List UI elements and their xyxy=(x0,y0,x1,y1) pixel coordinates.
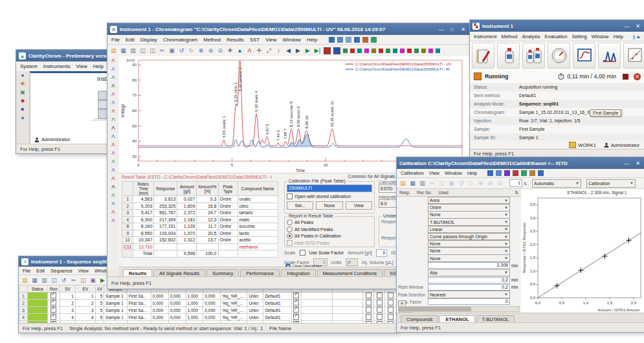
save-icon[interactable]: ▦ xyxy=(408,179,417,188)
peak-tool-icon[interactable]: Λ xyxy=(109,99,118,107)
copy-icon[interactable]: ◫ xyxy=(438,179,446,188)
row-checkbox[interactable] xyxy=(293,300,299,305)
peak-tool-icon[interactable]: Λ xyxy=(109,166,118,174)
menu-sst[interactable]: SST xyxy=(250,37,260,43)
amount-input[interactable]: 0 xyxy=(376,249,388,257)
next-icon[interactable]: ▶ xyxy=(294,47,302,55)
print-icon[interactable]: ▥ xyxy=(40,276,49,284)
mode-select[interactable]: Automatic▼ xyxy=(532,179,581,188)
option-checkbox[interactable] xyxy=(377,307,383,313)
option-checkbox[interactable] xyxy=(366,293,372,298)
result-row[interactable]: 88,160177,1511,12611,7Ordnrsuccinic xyxy=(122,223,278,230)
flask-icon[interactable] xyxy=(513,170,518,176)
trace-color-swatch[interactable] xyxy=(324,47,331,54)
trace-color-swatch[interactable] xyxy=(393,49,397,53)
peak-tool-icon[interactable]: Λ xyxy=(109,133,118,140)
print-icon[interactable]: ▥ xyxy=(418,179,427,188)
properties-icon[interactable]: ✚ xyxy=(226,47,234,55)
peak-tool-icon[interactable]: Λ xyxy=(109,141,118,149)
menu-analysis[interactable]: Analysis xyxy=(522,34,540,39)
option-checkbox[interactable] xyxy=(388,314,394,320)
calibration-graph-area[interactable]: ETHANOL - 2,308 min, Signal 10,00,51,01,… xyxy=(521,189,644,313)
calibration-input[interactable]: 0,2 xyxy=(428,277,510,283)
menu-file[interactable]: File xyxy=(111,37,120,43)
menu-calibration[interactable]: Calibration xyxy=(401,170,424,176)
save-icon[interactable]: ▦ xyxy=(119,47,128,55)
menu-window[interactable]: Window xyxy=(592,34,609,39)
trace-color-swatch[interactable] xyxy=(333,47,340,54)
option-checkbox[interactable] xyxy=(366,314,372,320)
undo-icon[interactable]: ↺ xyxy=(177,47,186,55)
trace-color-swatch[interactable] xyxy=(357,49,362,53)
print-icon[interactable]: ▥ xyxy=(129,47,137,55)
trace-color-swatch[interactable] xyxy=(364,49,369,53)
calibration-file-input[interactable]: 2506MULTI xyxy=(287,184,372,192)
option-checkbox[interactable] xyxy=(388,307,394,313)
curve-icon[interactable] xyxy=(573,43,595,69)
result-row[interactable]: 25,203253,3251,60916,8Ordnrcitric xyxy=(122,203,278,210)
menu-setting[interactable]: Setting xyxy=(572,34,586,39)
peak-tool-icon[interactable]: Λ xyxy=(109,107,118,115)
menu-window[interactable]: Window xyxy=(445,170,462,176)
row-checkbox[interactable] xyxy=(293,314,299,320)
globe-icon[interactable]: ■ xyxy=(19,105,27,113)
minimize-button[interactable]: — xyxy=(623,23,631,29)
redo-icon[interactable]: ↻ xyxy=(187,47,195,55)
bottles-icon[interactable] xyxy=(522,43,545,69)
open-folder-icon[interactable]: ▤ xyxy=(109,47,118,55)
copy-icon[interactable]: ◫ xyxy=(148,47,157,55)
undo-icon[interactable]: ↺ xyxy=(60,276,68,284)
user-indicator[interactable]: Administrator xyxy=(604,142,639,148)
sequence-row[interactable]: 2225Sample 1First Sa...0,0000,0001,0000,… xyxy=(19,300,397,307)
peak-tool-icon[interactable]: Λ xyxy=(109,175,118,183)
zoom-out-icon[interactable]: ⊖ xyxy=(206,47,215,55)
cut-icon[interactable]: ✂ xyxy=(428,179,436,188)
gauge-icon[interactable] xyxy=(548,43,570,69)
open-with-stored-row[interactable]: Open with stored calibration xyxy=(287,194,372,199)
peak-tool-icon[interactable]: Λ xyxy=(109,82,118,90)
menu-method[interactable]: Method xyxy=(501,34,517,39)
menu-system[interactable]: System xyxy=(20,63,38,69)
preview-icon[interactable]: ◫ xyxy=(50,276,58,284)
result-row[interactable]: 35,417561,7672,37224,7Ordnrtartaric xyxy=(122,210,278,217)
run-checkbox[interactable] xyxy=(50,307,56,313)
calibration-select[interactable]: Linear▼ xyxy=(428,226,510,234)
calibration-select[interactable]: Nearest▼ xyxy=(428,291,510,298)
menu-file[interactable]: File xyxy=(23,268,30,274)
option-checkbox[interactable] xyxy=(366,300,372,305)
peak-tool-icon[interactable]: Λ xyxy=(109,192,118,199)
ri-signal-icon[interactable] xyxy=(337,37,343,43)
trace-color-swatch[interactable] xyxy=(428,49,433,53)
calibration-input[interactable]: 0,2 xyxy=(428,284,510,291)
peak-tool-icon[interactable]: Λ xyxy=(109,65,118,73)
menu-view[interactable]: View xyxy=(265,37,276,43)
type-select[interactable]: Calibration▼ xyxy=(586,179,636,188)
calibration-select[interactable]: Abs▼ xyxy=(428,269,510,277)
menu-view[interactable]: View xyxy=(78,268,89,274)
power-icon[interactable]: ▲ xyxy=(19,114,27,122)
sequence-column-header[interactable]: Status xyxy=(28,285,48,293)
result-row[interactable]: 1110,347152,6021,31213,7Ordnracetic xyxy=(122,237,278,244)
overlay-icon[interactable] xyxy=(346,37,351,43)
calibration-select[interactable]: Ordnr▼ xyxy=(428,204,510,212)
option-checkbox[interactable] xyxy=(377,314,383,320)
option-checkbox[interactable] xyxy=(366,307,372,313)
play-icon[interactable]: ▶ xyxy=(304,47,312,55)
run-checkbox[interactable] xyxy=(50,314,56,320)
compound-spinner[interactable]: 1 xyxy=(509,179,522,187)
trace-color-swatch[interactable] xyxy=(386,49,390,53)
trace-color-swatch[interactable] xyxy=(350,49,355,53)
abort-button[interactable]: ✕ xyxy=(634,73,641,80)
set-button[interactable]: Set... xyxy=(287,201,313,210)
menu-chromatogram[interactable]: Chromatogram xyxy=(163,37,197,43)
chromatogram-plot-area[interactable]: 05101530405060708090[mV]Time[min]Voltage… xyxy=(119,56,470,173)
row-checkbox[interactable] xyxy=(293,307,299,313)
fit-icon[interactable]: ⤢ xyxy=(265,47,273,55)
peak-tool-icon[interactable]: Λ xyxy=(109,200,118,208)
sequence-column-header[interactable]: SV xyxy=(60,285,76,293)
chart-icon[interactable] xyxy=(487,170,493,176)
scale-icon[interactable]: ↕ xyxy=(274,47,283,55)
option-checkbox[interactable] xyxy=(388,300,394,305)
paste-icon[interactable]: ▣ xyxy=(89,276,97,284)
sequence-row[interactable]: 4445Sample 1First Sa...0,0000,0001,0000,… xyxy=(19,314,397,321)
